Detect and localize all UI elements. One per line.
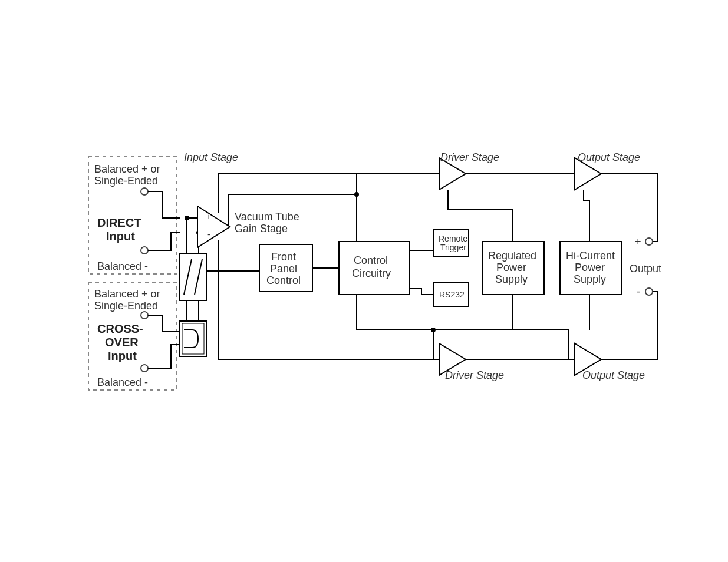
label: Gain Stage [235,223,288,234]
block-diagram: Balanced + or Single-Ended DIRECT Input … [0,0,728,562]
label: + [206,212,211,222]
wire [357,295,433,359]
label: + [635,236,641,247]
wire [584,190,589,242]
wire [410,289,433,295]
label: Power [496,262,526,273]
label: Regulated [488,250,536,262]
direct-neg-terminal [141,247,148,254]
label: Hi-Current [566,250,615,262]
xover-neg-terminal [141,365,148,372]
label: DIRECT [97,216,141,229]
label: Balanced - [97,376,148,388]
output-pos-terminal [645,238,653,245]
wire [601,292,657,359]
label: Power [575,262,605,273]
label: Balanced - [97,260,148,272]
input-stage-amp [197,206,230,247]
label: Vacuum Tube [235,211,299,223]
label: Driver Stage [445,369,504,381]
label: - [637,286,640,297]
label: CROSS- [97,322,143,335]
label: - [207,230,210,239]
wire [148,315,180,332]
label: Control [354,254,388,266]
label: Input [106,230,135,243]
label: Panel [270,263,297,275]
wire [148,191,180,218]
label: Remote [439,234,467,243]
wire [148,233,180,250]
label: Supply [495,273,528,285]
xover-pos-terminal [141,312,148,319]
label: OVER [105,336,139,349]
label: Front [271,251,296,263]
label: Balanced + or [94,288,160,300]
label: RS232 [439,290,465,299]
wire [601,174,657,242]
label: Single-Ended [94,300,158,312]
label: Input Stage [184,151,238,163]
label: Single-Ended [94,175,158,187]
label: Input [108,349,137,362]
label: Trigger [440,243,466,252]
label: Control [266,275,301,286]
wire [218,174,439,213]
label: Output Stage [578,151,640,163]
label: Supply [574,273,606,285]
label: Circuitry [352,267,391,279]
label: Driver Stage [440,151,499,163]
svg-rect-2 [182,323,204,354]
output-neg-terminal [645,288,653,295]
label: Balanced + or [94,163,160,175]
label: Output [630,263,661,275]
direct-pos-terminal [141,188,148,195]
label: Output Stage [582,369,645,381]
wire [148,345,180,368]
